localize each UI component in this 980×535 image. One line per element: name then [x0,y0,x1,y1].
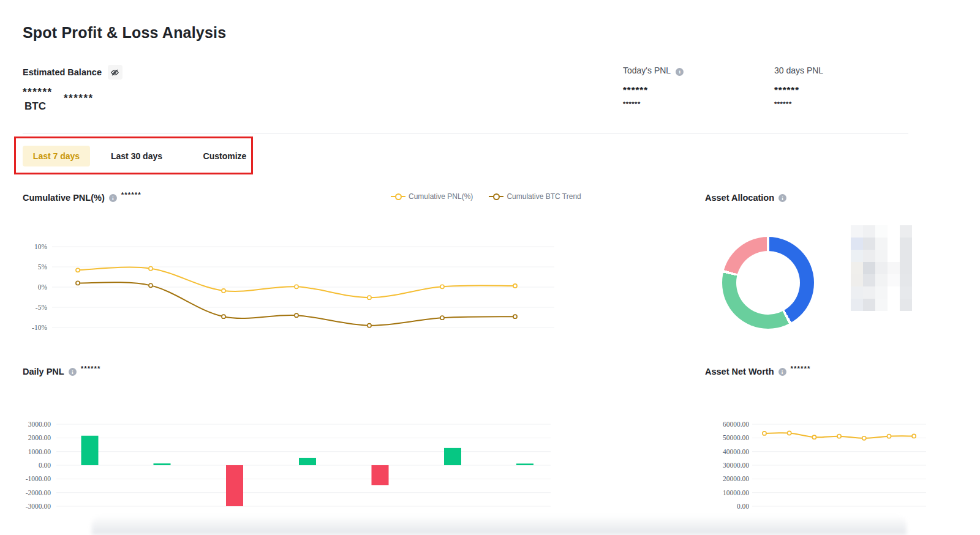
censor-pixel [851,262,863,274]
svg-text:5%: 5% [38,263,48,271]
censor-pixel [888,299,900,311]
censor-pixel [875,274,888,286]
censor-pixel [900,274,912,286]
todays-pnl-label: Today's PNL [623,65,671,75]
daily-pnl-title: Daily PNL [23,367,64,376]
svg-text:-10%: -10% [32,324,47,331]
svg-text:0.00: 0.00 [39,462,51,469]
asset-net-worth-hidden-value: ****** [791,365,811,372]
daily-pnl-header: Daily PNL ****** [23,367,101,376]
asset-allocation-header: Asset Allocation [705,193,786,203]
asset-net-worth-title: Asset Net Worth [705,367,774,376]
svg-text:40000.00: 40000.00 [723,448,749,455]
asset-net-worth-header: Asset Net Worth ****** [705,367,810,376]
censor-pixel [851,299,863,311]
next-section-shade [92,515,907,535]
toggle-balance-visibility-button[interactable] [108,65,123,80]
censor-pixel [863,286,875,299]
svg-text:30000.00: 30000.00 [723,462,749,469]
svg-text:-2000.00: -2000.00 [26,489,51,496]
censor-pixel [900,299,912,311]
legend-line-marker [391,193,405,200]
censor-pixel [888,238,900,250]
30days-pnl-label: 30 days PNL [774,65,823,75]
censor-pixel [863,238,875,250]
section-divider [23,133,908,134]
30days-pnl-sub-value: ****** [774,100,823,108]
svg-text:10000.00: 10000.00 [723,489,749,496]
censor-pixel [888,262,900,274]
tab-last-7-days[interactable]: Last 7 days [23,146,90,166]
censor-pixel [900,238,912,250]
censor-pixel [900,262,912,274]
info-icon[interactable] [109,194,117,202]
asset-allocation-title: Asset Allocation [705,193,774,203]
censor-pixel [888,225,900,238]
svg-text:1000.00: 1000.00 [28,448,51,455]
svg-text:-5%: -5% [36,304,48,311]
todays-pnl-value: ****** [623,84,684,95]
censor-pixel [851,250,863,262]
svg-text:0.00: 0.00 [737,503,749,510]
censor-pixel [851,225,863,238]
asset-allocation-legend-censored [851,225,912,311]
censor-pixel [863,225,875,238]
censor-pixel [875,250,888,262]
asset-allocation-donut-chart[interactable] [722,237,814,329]
censor-pixel [875,286,888,299]
censor-pixel [863,299,875,311]
svg-text:20000.00: 20000.00 [723,475,749,482]
legend-item[interactable]: Cumulative BTC Trend [489,192,581,201]
censor-pixel [900,250,912,262]
censor-pixel [851,238,863,250]
svg-text:50000.00: 50000.00 [723,434,749,441]
svg-text:60000.00: 60000.00 [723,421,749,428]
svg-text:-3000.00: -3000.00 [26,503,51,510]
censor-pixel [888,286,900,299]
cumulative-pnl-header: Cumulative PNL(%) ****** [23,193,141,203]
period-tabs: Last 7 days Last 30 days Customize [23,146,266,166]
cumulative-pnl-chart[interactable]: 10%5%0%-5%-10% [23,238,562,331]
hidden-balance-fiat: ****** [64,92,94,105]
svg-text:-1000.00: -1000.00 [26,475,51,482]
daily-pnl-hidden-value: ****** [81,365,101,372]
svg-text:3000.00: 3000.00 [28,421,51,428]
censor-pixel [875,225,888,238]
spot-pnl-page: Spot Profit & Loss Analysis Estimated Ba… [0,0,980,535]
legend-line-marker [489,193,503,200]
legend-item[interactable]: Cumulative PNL(%) [391,192,473,201]
info-icon[interactable] [676,68,684,76]
legend-label: Cumulative BTC Trend [507,192,581,201]
censor-pixel [900,225,912,238]
legend-label: Cumulative PNL(%) [409,192,473,201]
censor-pixel [888,250,900,262]
cumulative-pnl-hidden-value: ****** [121,191,141,198]
cumulative-pnl-title: Cumulative PNL(%) [23,193,105,203]
page-title: Spot Profit & Loss Analysis [23,24,226,42]
svg-text:0%: 0% [38,283,48,291]
censor-pixel [851,286,863,299]
censor-pixel [875,238,888,250]
censor-pixel [863,274,875,286]
censor-pixel [863,250,875,262]
30days-pnl-value: ****** [774,84,823,95]
todays-pnl-sub-value: ****** [623,100,684,108]
tab-customize[interactable]: Customize [183,146,266,166]
info-icon[interactable] [778,368,786,376]
eye-slash-icon [110,68,119,77]
censor-pixel [875,299,888,311]
censor-pixel [863,262,875,274]
censor-pixel [851,274,863,286]
info-icon[interactable] [778,194,786,202]
donut-hole [736,251,800,315]
30days-pnl-block: 30 days PNL ****** ****** [774,65,823,108]
todays-pnl-block: Today's PNL ****** ****** [623,65,684,108]
svg-text:2000.00: 2000.00 [28,434,51,441]
svg-text:10%: 10% [34,243,48,250]
censor-pixel [888,274,900,286]
censor-pixel [900,286,912,299]
tab-last-30-days[interactable]: Last 30 days [90,146,183,166]
info-icon[interactable] [69,368,77,376]
estimated-balance-label: Estimated Balance [23,67,102,77]
balance-unit: BTC [24,100,46,113]
